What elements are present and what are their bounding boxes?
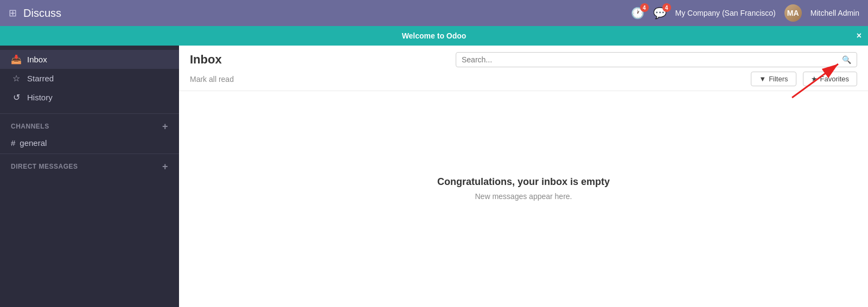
welcome-banner: Welcome to Odoo ×: [0, 26, 868, 46]
search-icon[interactable]: 🔍: [842, 55, 851, 64]
grid-icon[interactable]: ⊞: [9, 7, 17, 19]
empty-state-title: Congratulations, your inbox is empty: [437, 176, 610, 188]
content-area: Inbox 🔍 Mark all read ▼ Filters ★ Favori…: [179, 46, 868, 307]
page-title: Inbox: [190, 53, 222, 67]
favorites-label: Favorites: [820, 75, 849, 83]
user-name[interactable]: Mitchell Admin: [810, 9, 859, 17]
channels-section-header: CHANNELS +: [0, 116, 179, 135]
main-layout: 📥 Inbox ☆ Starred ↺ History CHANNELS + #…: [0, 46, 868, 307]
content-header-top: Inbox 🔍: [190, 52, 857, 67]
mail-section: 📥 Inbox ☆ Starred ↺ History: [0, 46, 179, 111]
filters-button[interactable]: ▼ Filters: [751, 72, 796, 86]
content-header: Inbox 🔍 Mark all read ▼ Filters ★ Favori…: [179, 46, 868, 91]
channel-general-label: general: [20, 138, 47, 148]
direct-messages-section-header: DIRECT MESSAGES +: [0, 156, 179, 175]
welcome-text: Welcome to Odoo: [402, 31, 467, 40]
channels-label: CHANNELS: [11, 123, 49, 130]
sidebar: 📥 Inbox ☆ Starred ↺ History CHANNELS + #…: [0, 46, 179, 307]
sidebar-item-starred-label: Starred: [27, 74, 54, 83]
direct-messages-add-button[interactable]: +: [162, 162, 168, 171]
search-bar: 🔍: [456, 52, 857, 67]
top-nav: ⊞ Discuss 🕐 4 💬 4 My Company (San Franci…: [0, 0, 868, 26]
clock-badge-count: 4: [640, 3, 649, 12]
sidebar-item-inbox[interactable]: 📥 Inbox: [0, 50, 179, 69]
avatar[interactable]: MA: [784, 4, 802, 22]
banner-close-button[interactable]: ×: [857, 31, 861, 41]
filter-icon: ▼: [759, 75, 766, 83]
favorites-star-icon: ★: [811, 75, 818, 83]
empty-state-subtitle: New messages appear here.: [475, 192, 572, 201]
sidebar-item-history-label: History: [27, 93, 53, 102]
sidebar-channel-general[interactable]: # general: [0, 135, 179, 151]
banner-wrapper: Welcome to Odoo ×: [0, 26, 868, 46]
chat-icon-badge[interactable]: 💬 4: [653, 7, 667, 20]
hash-icon: #: [11, 138, 15, 148]
filters-label: Filters: [769, 75, 788, 83]
company-name[interactable]: My Company (San Francisco): [675, 9, 776, 17]
inbox-icon: 📥: [11, 54, 22, 65]
sidebar-divider-1: [0, 113, 179, 114]
star-icon: ☆: [11, 73, 22, 84]
sidebar-item-inbox-label: Inbox: [27, 55, 47, 64]
chat-badge-count: 4: [662, 3, 671, 12]
favorites-button[interactable]: ★ Favorites: [803, 72, 857, 86]
nav-right: 🕐 4 💬 4 My Company (San Francisco) MA Mi…: [631, 4, 859, 22]
empty-state: Congratulations, your inbox is empty New…: [179, 91, 868, 307]
app-title: Discuss: [23, 7, 61, 20]
history-icon: ↺: [11, 92, 22, 103]
channels-add-button[interactable]: +: [162, 121, 168, 131]
sidebar-item-starred[interactable]: ☆ Starred: [0, 69, 179, 88]
content-header-bottom: Mark all read ▼ Filters ★ Favorites: [190, 72, 857, 86]
nav-left: ⊞ Discuss: [9, 7, 61, 20]
clock-icon-badge[interactable]: 🕐 4: [631, 7, 644, 20]
search-input[interactable]: [462, 55, 842, 64]
avatar-image: MA: [784, 4, 802, 22]
sidebar-divider-2: [0, 154, 179, 154]
sidebar-item-history[interactable]: ↺ History: [0, 88, 179, 107]
mark-all-read-button[interactable]: Mark all read: [190, 75, 234, 84]
direct-messages-label: DIRECT MESSAGES: [11, 163, 78, 170]
